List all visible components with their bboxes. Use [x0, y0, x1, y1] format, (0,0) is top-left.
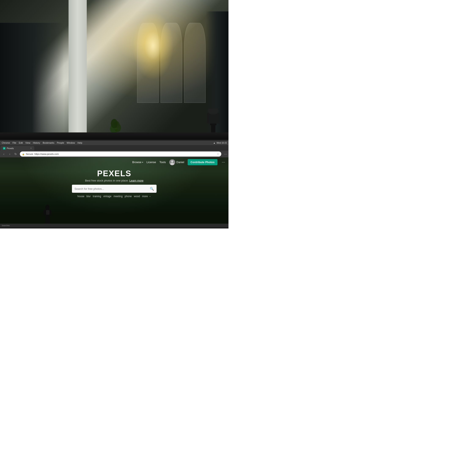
chrome-bookmarks-menu[interactable]: Bookmarks: [43, 141, 54, 144]
svg-rect-13: [46, 210, 50, 215]
suggestion-house[interactable]: house: [77, 195, 85, 198]
user-avatar[interactable]: [169, 159, 175, 165]
bookmark-icon[interactable]: ☆: [217, 153, 219, 155]
pexels-hero-content: PEXELS Best free stock photos in one pla…: [0, 167, 228, 198]
browse-label: Browse: [132, 161, 141, 164]
bottom-status-bar: Searches: [0, 224, 228, 227]
chrome-toolbar: ‹ › ↻ 🔒 Secure https://www.pexels.com ☆ …: [0, 151, 228, 157]
refresh-button[interactable]: ↻: [13, 152, 18, 156]
tagline-text: Best free stock photos in one place.: [85, 179, 129, 182]
system-status: ▲ Wed 16:15: [213, 142, 227, 144]
search-input[interactable]: [74, 187, 148, 190]
tab-favicon: P: [3, 147, 5, 150]
tab-close-button[interactable]: ×: [30, 147, 32, 150]
suggestion-wood[interactable]: wood: [134, 195, 140, 198]
svg-rect-17: [48, 216, 50, 224]
contribute-photos-button[interactable]: Contribute Photos: [188, 159, 218, 165]
user-name: Daniel: [176, 161, 184, 164]
svg-rect-14: [44, 210, 45, 215]
search-bar[interactable]: 🔍: [72, 185, 156, 193]
secure-icon: 🔒: [22, 153, 25, 155]
svg-point-11: [45, 205, 50, 210]
chrome-app-name: Chrome: [2, 141, 10, 144]
chrome-history-menu[interactable]: History: [33, 141, 40, 144]
address-bar[interactable]: 🔒 Secure https://www.pexels.com ☆: [20, 152, 221, 156]
user-section: Daniel: [169, 159, 184, 165]
license-link[interactable]: License: [147, 161, 156, 164]
suggestion-phone[interactable]: phone: [125, 195, 132, 198]
search-suggestions: house blur training vintage meeting phon…: [77, 195, 151, 198]
chrome-people-menu[interactable]: People: [57, 141, 64, 144]
svg-point-22: [170, 163, 174, 165]
tabs-row: P Pexels ×: [0, 145, 228, 151]
browse-dropdown[interactable]: Browse ▾: [132, 161, 143, 164]
active-tab[interactable]: P Pexels ×: [0, 146, 34, 151]
monitor-top-bezel: [0, 133, 228, 139]
chrome-view-menu[interactable]: View: [25, 141, 31, 144]
suggestion-more[interactable]: more →: [142, 195, 151, 198]
window-glare: [133, 11, 173, 80]
url-display[interactable]: https://www.pexels.com: [34, 153, 59, 155]
wifi-icon: ▲: [213, 142, 215, 144]
chrome-help-menu[interactable]: Help: [77, 141, 82, 144]
svg-rect-16: [46, 216, 47, 224]
tab-title: Pexels: [7, 147, 14, 150]
pexels-tagline: Best free stock photos in one place. Lea…: [85, 179, 143, 182]
suggestion-blur[interactable]: blur: [86, 195, 91, 198]
learn-more-link[interactable]: Learn more: [130, 179, 143, 182]
chrome-menubar: Chrome File Edit View History Bookmarks …: [0, 140, 228, 145]
back-button[interactable]: ‹: [1, 152, 6, 156]
bg-window-3: [184, 23, 206, 103]
office-column: [68, 0, 87, 137]
suggestion-meeting[interactable]: meeting: [114, 195, 123, 198]
svg-point-21: [171, 160, 173, 162]
pexels-website: Browse ▾ License Tools Daniel Contribute…: [0, 157, 228, 227]
svg-point-5: [111, 119, 118, 128]
suggestion-training[interactable]: training: [93, 195, 101, 198]
svg-rect-15: [50, 210, 51, 215]
system-time: Wed 16:15: [217, 142, 227, 144]
search-icon: 🔍: [150, 187, 154, 191]
more-options-icon[interactable]: ⋯: [224, 152, 227, 156]
dark-left-area: [0, 23, 64, 137]
svg-rect-7: [210, 123, 216, 125]
browser-window: Chrome File Edit View History Bookmarks …: [0, 140, 228, 227]
secure-label: Secure: [26, 153, 33, 155]
more-nav-icon[interactable]: ⋯: [222, 160, 225, 164]
pexels-navigation: Browse ▾ License Tools Daniel Contribute…: [0, 157, 228, 167]
bottom-bar-text: Searches: [2, 224, 10, 227]
suggestion-vintage[interactable]: vintage: [103, 195, 112, 198]
browse-dropdown-arrow: ▾: [142, 161, 143, 163]
pexels-logo: PEXELS: [97, 169, 131, 178]
chrome-file-menu[interactable]: File: [13, 141, 16, 144]
tools-link[interactable]: Tools: [159, 161, 166, 164]
chrome-edit-menu[interactable]: Edit: [19, 141, 23, 144]
forward-button[interactable]: ›: [7, 152, 12, 156]
chrome-window-menu[interactable]: Window: [67, 141, 75, 144]
